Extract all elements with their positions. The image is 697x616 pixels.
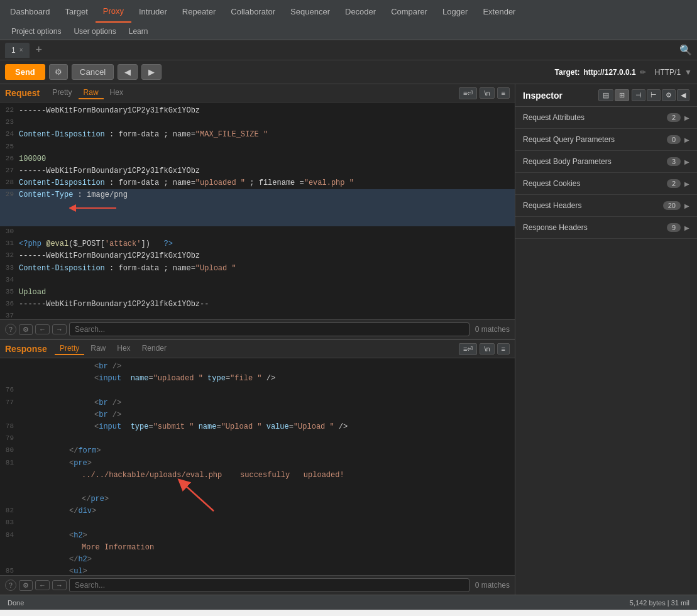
- inspector-item-body-params[interactable]: Request Body Parameters 3 ▶: [515, 151, 697, 173]
- nav-back-button[interactable]: ◀: [118, 64, 138, 80]
- target-url: http://127.0.0.1: [583, 68, 635, 77]
- request-menu-button[interactable]: ≡: [497, 87, 510, 99]
- inspector-item-response-headers[interactable]: Response Headers 9 ▶: [515, 217, 697, 239]
- response-match-count: 0 matches: [472, 581, 510, 590]
- line-content: [19, 433, 23, 445]
- sub-nav-user-options[interactable]: User options: [67, 23, 122, 40]
- line-num: 25: [0, 141, 19, 153]
- inspector-settings-btn[interactable]: ⚙: [662, 89, 676, 101]
- nav-tab-decoder[interactable]: Decoder: [338, 0, 383, 23]
- line-num: 81: [0, 458, 19, 470]
- code-line: 30: [0, 226, 515, 238]
- inspector-adjust-left-btn[interactable]: ⊣: [632, 89, 645, 101]
- nav-tab-sequencer[interactable]: Sequencer: [283, 0, 338, 23]
- tab-close-icon[interactable]: ×: [19, 47, 23, 53]
- inspector-item-request-attributes[interactable]: Request Attributes 2 ▶: [515, 107, 697, 129]
- inspector-item-query-params[interactable]: Request Query Parameters 0 ▶: [515, 129, 697, 151]
- http-version-label: HTTP/1: [655, 68, 681, 77]
- add-tab-button[interactable]: +: [31, 43, 48, 57]
- line-content: ------WebKitFormBoundary1CP2y3lfkGx1YObz: [19, 250, 200, 262]
- tab-hex[interactable]: Hex: [112, 343, 135, 355]
- request-search-forward[interactable]: →: [52, 324, 67, 334]
- search-icon[interactable]: 🔍: [679, 44, 692, 56]
- inspector-item-request-headers[interactable]: Request Headers 20 ▶: [515, 195, 697, 217]
- request-search-input[interactable]: [69, 322, 469, 336]
- line-content: [19, 385, 23, 397]
- inspector-view-buttons: ▤ ⊞: [598, 89, 629, 101]
- inspector-collapse-btn[interactable]: ◀: [677, 89, 689, 101]
- line-content: Content-Disposition : form-data ; name="…: [19, 263, 236, 275]
- request-code-area[interactable]: 22 ------WebKitFormBoundary1CP2y3lfkGx1Y…: [0, 102, 515, 319]
- status-stats: 5,142 bytes | 31 mil: [630, 599, 689, 607]
- request-search-bar: ? ⚙ ← → 0 matches: [0, 319, 515, 339]
- line-num: 83: [0, 517, 19, 529]
- nav-tab-collaborator[interactable]: Collaborator: [223, 0, 283, 23]
- sub-nav-learn[interactable]: Learn: [123, 23, 155, 40]
- inspector-arrow-icon: ▶: [684, 180, 689, 187]
- response-help-icon[interactable]: ?: [5, 580, 16, 591]
- response-title: Response: [5, 344, 47, 354]
- send-options-button[interactable]: ⚙: [49, 64, 68, 80]
- tab-render[interactable]: Render: [137, 343, 172, 355]
- line-content: Upload: [19, 287, 46, 299]
- inspector-item-cookies[interactable]: Request Cookies 2 ▶: [515, 173, 697, 195]
- nav-tab-target[interactable]: Target: [58, 0, 96, 23]
- tab-raw[interactable]: Raw: [79, 87, 104, 99]
- response-newline-button[interactable]: \n: [480, 343, 494, 355]
- line-content: ------WebKitFormBoundary1CP2y3lfkGx1YObz: [19, 165, 200, 177]
- line-num: 77: [0, 397, 19, 409]
- edit-target-icon[interactable]: ✏: [640, 68, 646, 77]
- line-content: Content-Disposition : form-data ; name="…: [19, 177, 354, 189]
- repeater-tab-1[interactable]: 1 ×: [5, 43, 30, 58]
- nav-tab-proxy[interactable]: Proxy: [96, 0, 131, 23]
- line-num: 35: [0, 287, 19, 299]
- sub-nav: Project options User options Learn: [0, 23, 697, 40]
- nav-tab-logger[interactable]: Logger: [435, 0, 475, 23]
- send-button[interactable]: Send: [5, 64, 45, 80]
- nav-tab-comparer[interactable]: Comparer: [383, 0, 435, 23]
- nav-forward-button[interactable]: ▶: [141, 64, 162, 80]
- inspector-grid-view-btn[interactable]: ⊞: [615, 89, 629, 101]
- http-version-dropdown-icon[interactable]: ▼: [684, 68, 692, 77]
- line-content: </div>: [19, 505, 96, 517]
- cancel-button[interactable]: Cancel: [72, 64, 114, 80]
- line-content: [19, 275, 23, 287]
- nav-tab-dashboard[interactable]: Dashboard: [3, 0, 58, 23]
- sub-nav-project-options[interactable]: Project options: [5, 23, 67, 40]
- line-num: 78: [0, 421, 19, 433]
- inspector-item-label: Response Headers: [523, 223, 667, 232]
- request-format-button[interactable]: ≡⏎: [459, 87, 477, 99]
- nav-tab-repeater[interactable]: Repeater: [175, 0, 223, 23]
- response-search-forward[interactable]: →: [52, 580, 67, 590]
- request-help-icon[interactable]: ?: [5, 324, 16, 335]
- nav-tab-intruder[interactable]: Intruder: [131, 0, 175, 23]
- tab-hex[interactable]: Hex: [105, 87, 128, 99]
- line-num: 36: [0, 299, 19, 311]
- line-content: [19, 517, 23, 529]
- line-num: [0, 409, 19, 421]
- request-search-back[interactable]: ←: [35, 324, 50, 334]
- response-menu-button[interactable]: ≡: [497, 343, 510, 355]
- line-num: [0, 493, 19, 505]
- nav-tab-extender[interactable]: Extender: [475, 0, 523, 23]
- request-search-settings[interactable]: ⚙: [19, 324, 33, 335]
- tab-pretty[interactable]: Pretty: [47, 87, 77, 99]
- response-search-settings[interactable]: ⚙: [19, 580, 33, 591]
- inspector-list-view-btn[interactable]: ▤: [598, 89, 613, 101]
- response-format-button[interactable]: ≡⏎: [459, 343, 477, 355]
- left-panel: Request Pretty Raw Hex ≡⏎ \n ≡ 22 ------…: [0, 84, 515, 595]
- inspector-item-count: 2: [667, 179, 681, 188]
- tab-pretty[interactable]: Pretty: [55, 343, 84, 355]
- tab-raw[interactable]: Raw: [85, 343, 111, 355]
- inspector-adjust-right-btn[interactable]: ⊢: [647, 89, 661, 101]
- response-search-back[interactable]: ←: [35, 580, 50, 590]
- line-content: </pre>: [19, 493, 109, 505]
- line-num: 26: [0, 153, 19, 165]
- response-code-area[interactable]: <br /> <input name="uploaded " type="fil…: [0, 358, 515, 575]
- request-newline-button[interactable]: \n: [480, 87, 494, 99]
- target-label: Target:: [555, 68, 580, 77]
- response-search-input[interactable]: [69, 578, 469, 592]
- line-content: <pre>: [19, 458, 92, 470]
- line-content: [19, 141, 23, 153]
- inspector-arrow-icon: ▶: [684, 158, 689, 165]
